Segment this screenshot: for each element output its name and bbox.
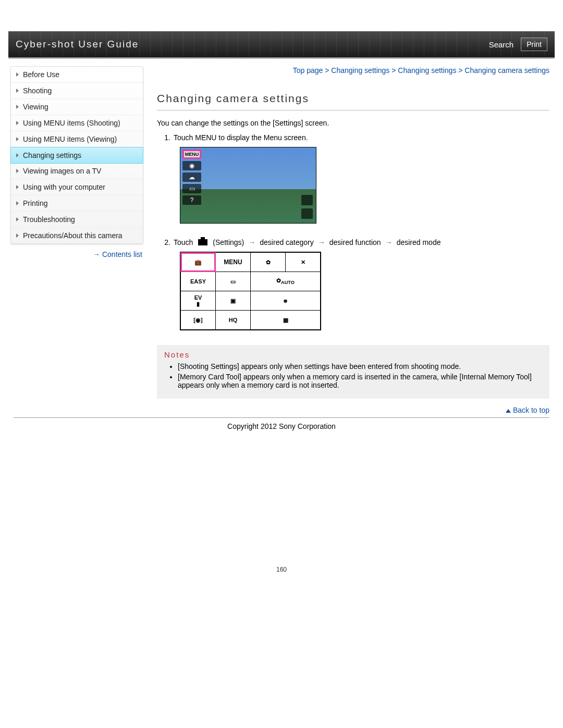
figure-menu-screen: MENU ◉ ☁ ▭ ? [180,147,549,224]
sidebar-item-precautions[interactable]: Precautions/About this camera [11,228,143,243]
note-item: [Memory Card Tool] appears only when a m… [178,373,542,389]
step-1: 1. Touch MENU to display the Menu screen… [157,133,549,142]
heading-rule [157,110,549,110]
step2-part-c: desired category [260,238,314,246]
sidebar-item-label: Using with your computer [23,183,105,191]
step-text: Touch (Settings) → desired category → de… [174,238,549,246]
camera-ui-icon: ? [182,195,201,205]
smile-cell: ☻ [251,291,321,311]
arrow-up-icon [506,409,511,413]
arrow-right-icon: → [318,238,325,246]
sidebar-item-menu-viewing[interactable]: Using MENU items (Viewing) [11,131,143,147]
sidebar-item-printing[interactable]: Printing [11,195,143,212]
flower-cell: ✿AUTO [251,272,321,291]
page-number: 160 [8,451,555,584]
chevron-right-icon [16,153,19,157]
chevron-right-icon [16,89,19,93]
sidebar-item-label: Before Use [23,70,59,79]
hq-cell: HQ [216,311,251,330]
settings-cell-highlight: 💼 [180,252,216,272]
sidebar-item-label: Printing [23,199,47,207]
sidebar-item-viewing-tv[interactable]: Viewing images on a TV [11,163,143,179]
chevron-right-icon [16,72,19,77]
sidebar-item-label: Using MENU items (Shooting) [23,119,120,127]
intro-text: You can change the settings on the [Sett… [157,119,549,127]
sidebar-item-troubleshooting[interactable]: Troubleshooting [11,212,143,228]
sidebar-item-label: Viewing images on a TV [23,167,101,175]
figure-menu-grid: 💼 MENU ✿ ✕ EASY ▭ ✿AUTO EV▮ ▣ ☻ [180,252,549,330]
back-to-top-link[interactable]: Back to top [8,399,555,417]
menu-header-cell: MENU [216,252,251,272]
back-to-top-label: Back to top [513,406,549,414]
contents-list-link[interactable]: →Contents list [10,244,143,258]
camera-ui-icon [301,195,313,205]
guide-title: Cyber-shot User Guide [16,39,139,50]
notes-title: Notes [164,350,542,359]
sidebar-item-label: Using MENU items (Viewing) [23,135,117,143]
header-bar: Cyber-shot User Guide Search Print [8,31,555,58]
search-link[interactable]: Search [489,40,514,49]
sidebar-item-label: Changing settings [23,151,81,159]
print-button[interactable]: Print [521,38,547,51]
chevron-right-icon [16,217,19,221]
arrow-right-icon: → [385,238,393,246]
arrow-right-icon: → [248,238,255,246]
chevron-right-icon [16,105,19,109]
step2-part-e: desired mode [397,238,441,246]
camera-ui-icon: ▭ [182,184,201,193]
chevron-right-icon [16,137,19,141]
step-number: 1. [157,133,174,142]
step2-part-b: (Settings) [213,238,244,246]
step-text: Touch MENU to display the Menu screen. [174,133,549,142]
grid-cell: ▭ [216,272,251,291]
notes-box: Notes [Shooting Settings] appears only w… [157,345,549,399]
step2-part-a: Touch [174,238,193,246]
menu-button-highlight: MENU [182,150,201,159]
aspect-cell: ▦ [251,311,321,330]
sidebar-item-shooting[interactable]: Shooting [11,83,143,99]
scn-cell: ▣ [216,291,251,311]
note-item: [Shooting Settings] appears only when se… [178,362,542,371]
menu-grid: 💼 MENU ✿ ✕ EASY ▭ ✿AUTO EV▮ ▣ ☻ [180,252,321,330]
gear-cell: ✿ [251,252,286,272]
sidebar-item-before-use[interactable]: Before Use [11,67,143,83]
sidebar-item-menu-shooting[interactable]: Using MENU items (Shooting) [11,115,143,131]
breadcrumb[interactable]: Top page > Changing settings > Changing … [157,66,549,75]
sidebar-item-label: Viewing [23,103,48,111]
step2-part-d: desired function [329,238,381,246]
step-number: 2. [157,238,174,246]
sidebar-item-label: Shooting [23,87,52,95]
chevron-right-icon [16,201,19,205]
close-cell: ✕ [286,252,321,272]
sidebar-item-viewing[interactable]: Viewing [11,99,143,115]
sidebar-item-label: Precautions/About this camera [23,231,123,240]
sidebar-nav: Before Use Shooting Viewing Using MENU i… [10,66,143,244]
sidebar-item-changing-settings[interactable]: Changing settings [10,147,143,164]
sidebar-item-computer[interactable]: Using with your computer [11,179,143,195]
page-heading: Changing camera settings [157,92,549,105]
ev-cell: EV▮ [180,291,216,311]
camera-ui-icon: ☁ [182,172,201,182]
chevron-right-icon [16,185,19,189]
focus-cell: [◉] [180,311,216,330]
camera-ui-icon [301,208,313,219]
chevron-right-icon [16,233,19,238]
sidebar-item-label: Troubleshooting [23,215,75,224]
camera-ui-icon: ◉ [182,161,201,170]
chevron-right-icon [16,169,19,173]
step-2: 2. Touch (Settings) → desired category →… [157,238,549,246]
chevron-right-icon [16,121,19,125]
camera-screenshot: MENU ◉ ☁ ▭ ? [180,147,316,224]
arrow-right-icon: → [93,250,100,258]
contents-list-label: Contents list [102,250,142,258]
copyright-text: Copyright 2012 Sony Corporation [8,418,555,451]
toolbox-icon [198,239,207,245]
easy-cell: EASY [180,272,216,291]
